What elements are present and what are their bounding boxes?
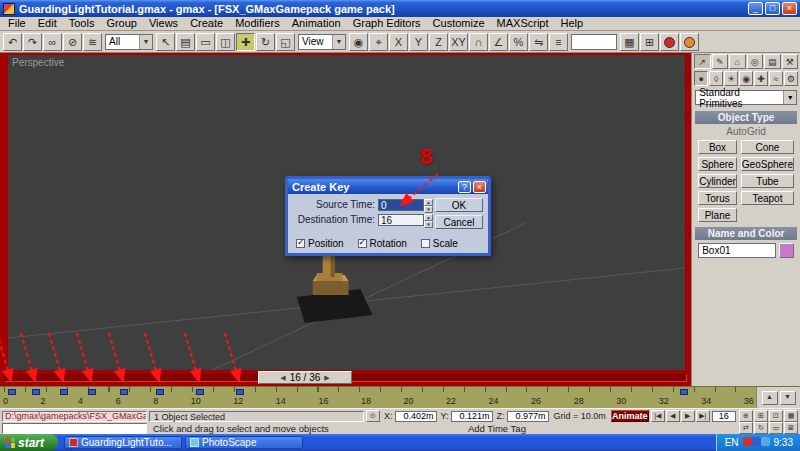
- category-helpers[interactable]: ✚: [754, 71, 768, 86]
- title-bar[interactable]: GuardingLightTutorial.gmax - gmax - [FSX…: [0, 0, 800, 17]
- track-view-icon[interactable]: ▦: [620, 33, 639, 51]
- align-icon[interactable]: ≡: [549, 33, 568, 51]
- tab-utilities[interactable]: ⚒: [782, 54, 798, 69]
- menu-create[interactable]: Create: [184, 17, 229, 30]
- keyframe-marker[interactable]: [236, 389, 244, 395]
- axis-z-button[interactable]: Z: [429, 33, 448, 51]
- keyframe-marker[interactable]: [88, 389, 96, 395]
- checkbox-position[interactable]: Position: [296, 238, 344, 249]
- menu-animation[interactable]: Animation: [286, 17, 347, 30]
- select-and-scale-icon[interactable]: ◱: [276, 33, 295, 51]
- object-type-tube[interactable]: Tube: [741, 174, 794, 188]
- network-tray-icon[interactable]: [752, 437, 761, 446]
- add-time-tag[interactable]: Add Time Tag: [468, 423, 526, 434]
- time-slider[interactable]: ◀ 16 / 36 ▶: [258, 371, 352, 384]
- object-color-swatch[interactable]: [779, 243, 794, 258]
- menu-group[interactable]: Group: [100, 17, 143, 30]
- zoom-icon[interactable]: ⊕: [739, 410, 753, 422]
- render-icon[interactable]: [680, 33, 699, 51]
- arc-rotate-icon[interactable]: ↻: [754, 422, 768, 434]
- object-type-rollout[interactable]: Object Type: [695, 111, 797, 124]
- named-selection-field[interactable]: [571, 34, 617, 50]
- min-max-toggle-icon[interactable]: ⊠: [784, 422, 798, 434]
- maximize-button[interactable]: □: [765, 2, 780, 15]
- minimize-button[interactable]: _: [748, 2, 763, 15]
- rectangular-selection-icon[interactable]: ▭: [196, 33, 215, 51]
- keyframe-marker[interactable]: [680, 389, 688, 395]
- reference-coordinate-dropdown[interactable]: View▼: [298, 34, 346, 50]
- select-and-rotate-icon[interactable]: ↻: [256, 33, 275, 51]
- keyframe-marker[interactable]: [8, 389, 16, 395]
- track-bar[interactable]: 024681012141618202224262830323436 ▲ ▼: [0, 386, 800, 408]
- schematic-view-icon[interactable]: ⊞: [640, 33, 659, 51]
- menu-help[interactable]: Help: [555, 17, 590, 30]
- previous-frame-button[interactable]: ◀: [666, 410, 680, 422]
- destination-time-input[interactable]: 16: [378, 214, 424, 226]
- source-time-spinner[interactable]: [424, 199, 433, 211]
- object-type-sphere[interactable]: Sphere: [698, 157, 737, 171]
- select-and-link-icon[interactable]: ∞: [43, 33, 62, 51]
- y-coordinate-field[interactable]: 0.121m: [451, 411, 493, 422]
- autogrid-toggle[interactable]: AutoGrid: [692, 126, 800, 138]
- keyframe-marker[interactable]: [196, 389, 204, 395]
- category-lights[interactable]: ☀: [724, 71, 738, 86]
- menu-tools[interactable]: Tools: [63, 17, 101, 30]
- zoom-all-icon[interactable]: ⊞: [754, 410, 768, 422]
- dialog-close-button[interactable]: ×: [473, 181, 486, 193]
- field-of-view-icon[interactable]: ▭: [769, 422, 783, 434]
- chevron-down-icon[interactable]: ▼: [783, 91, 796, 104]
- tab-create[interactable]: ↗: [694, 54, 710, 69]
- select-and-manipulate-icon[interactable]: ⌖: [369, 33, 388, 51]
- category-systems[interactable]: ⚙: [784, 71, 798, 86]
- taskbar-button-photoscape[interactable]: PhotoScape: [185, 436, 303, 449]
- close-button[interactable]: ×: [782, 2, 797, 15]
- mirror-icon[interactable]: ⇋: [529, 33, 548, 51]
- slider-right-arrow-icon[interactable]: ▶: [324, 374, 329, 382]
- keyframe-marker[interactable]: [32, 389, 40, 395]
- category-shapes[interactable]: ◊: [709, 71, 723, 86]
- clock[interactable]: 9:33: [774, 437, 793, 448]
- frame-spinner-down[interactable]: ▼: [780, 391, 796, 405]
- window-crossing-icon[interactable]: ◫: [216, 33, 235, 51]
- volume-tray-icon[interactable]: [761, 437, 770, 446]
- menu-customize[interactable]: Customize: [427, 17, 491, 30]
- pan-icon[interactable]: ⇄: [739, 422, 753, 434]
- zoom-extents-icon[interactable]: ⊡: [769, 410, 783, 422]
- taskbar-button-gmax[interactable]: GuardingLightTuto...: [64, 436, 182, 449]
- language-indicator[interactable]: EN: [725, 437, 739, 448]
- destination-time-spinner[interactable]: [424, 214, 433, 226]
- ok-button[interactable]: OK: [435, 198, 483, 212]
- object-type-box[interactable]: Box: [698, 140, 737, 154]
- time-slider-track[interactable]: ◀ 16 / 36 ▶: [0, 370, 691, 386]
- checkbox-rotation[interactable]: Rotation: [358, 238, 407, 249]
- dialog-help-button[interactable]: ?: [458, 181, 471, 193]
- menu-file[interactable]: File: [2, 17, 32, 30]
- maxscript-listener[interactable]: D:\gmax\gamepacks\FSX_GMaxGamepack\*: [2, 411, 147, 422]
- category-geometry[interactable]: ●: [694, 71, 708, 86]
- tab-display[interactable]: ▤: [764, 54, 780, 69]
- start-button[interactable]: start: [0, 434, 58, 451]
- select-object-icon[interactable]: ↖: [156, 33, 175, 51]
- tab-modify[interactable]: ✎: [712, 54, 728, 69]
- checkbox-scale[interactable]: Scale: [421, 238, 458, 249]
- primitives-dropdown[interactable]: Standard Primitives ▼: [695, 90, 797, 105]
- axis-x-button[interactable]: X: [389, 33, 408, 51]
- unlink-selection-icon[interactable]: ⊘: [63, 33, 82, 51]
- keyframe-marker[interactable]: [60, 389, 68, 395]
- selection-lock-button[interactable]: ⊙: [366, 410, 380, 422]
- z-coordinate-field[interactable]: 0.977m: [507, 411, 549, 422]
- dialog-title-bar[interactable]: Create Key ? ×: [288, 179, 488, 194]
- snap-toggle-icon[interactable]: ∩: [469, 33, 488, 51]
- object-type-geosphere[interactable]: GeoSphere: [741, 157, 794, 171]
- play-button[interactable]: ▶: [681, 410, 695, 422]
- x-coordinate-field[interactable]: 0.402m: [395, 411, 437, 422]
- menu-graph-editors[interactable]: Graph Editors: [347, 17, 427, 30]
- name-color-rollout[interactable]: Name and Color: [695, 227, 797, 240]
- listener-input[interactable]: [2, 423, 147, 434]
- axis-xy-button[interactable]: XY: [449, 33, 468, 51]
- go-to-end-button[interactable]: ▶|: [696, 410, 710, 422]
- perspective-viewport[interactable]: Perspective: [8, 55, 685, 370]
- select-and-move-icon[interactable]: ✚: [236, 33, 255, 51]
- selection-filter-dropdown[interactable]: All▼: [105, 34, 153, 50]
- axis-y-button[interactable]: Y: [409, 33, 428, 51]
